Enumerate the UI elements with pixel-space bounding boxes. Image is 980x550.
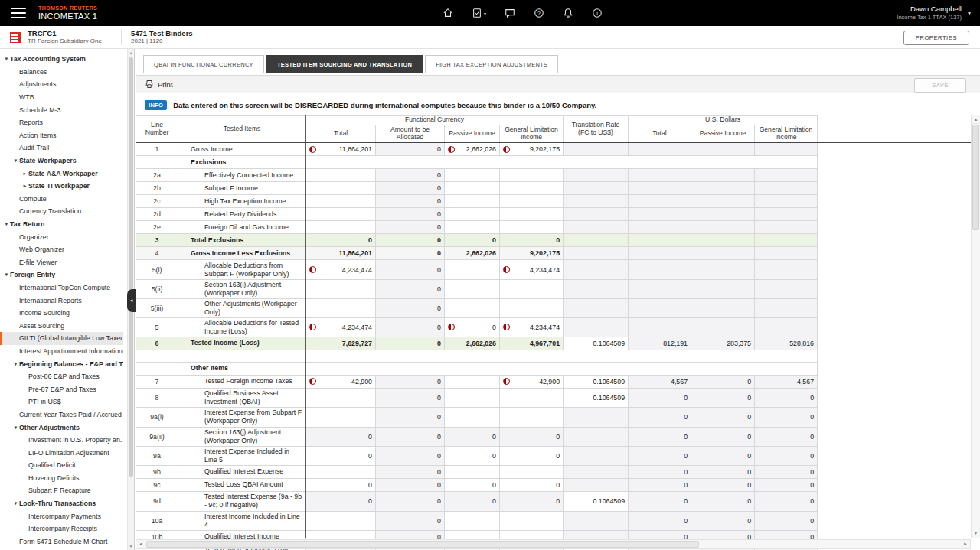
editable-amount-cell[interactable] [306,280,376,299]
drilldown-indicator-icon[interactable] [503,146,510,153]
drilldown-indicator-icon[interactable] [503,378,510,385]
editable-amount-cell[interactable] [500,511,564,530]
tab-tested-item-sourcing-and-translation[interactable]: TESTED ITEM SOURCING AND TRANSLATION [266,55,423,73]
sidebar-item[interactable]: LIFO Limitation Adjustment [0,446,122,459]
sidebar-item[interactable]: ▾Look-Thru Transactions [0,497,122,510]
sidebar-item[interactable]: ▾Other Adjustments [0,421,122,434]
editable-amount-cell[interactable] [306,221,376,234]
editable-amount-cell[interactable] [306,169,376,182]
sidebar-item[interactable]: Web Organizer [0,243,122,256]
sidebar-item[interactable]: International TopCon Compute [0,282,122,295]
sidebar-item[interactable]: Intercompany Payments [0,509,122,522]
table-horizontal-scrollbar[interactable]: ◄ ► [136,539,971,549]
sidebar-item[interactable]: ▾Foreign Entity [0,268,122,282]
sidebar-item[interactable]: Reports [0,116,122,129]
sidebar-item[interactable]: Current Year Taxes Paid / Accrued [0,408,122,421]
editable-amount-cell[interactable]: 4,234,474 [306,260,376,280]
editable-amount-cell[interactable] [445,195,500,208]
sidebar-item[interactable]: Investment in U.S. Property an... [0,434,122,447]
sidebar-collapse-handle[interactable]: ◄ [127,289,136,312]
editable-amount-cell[interactable] [445,221,500,234]
scroll-right-icon[interactable]: ► [961,540,970,548]
editable-amount-cell[interactable]: 0.1064509 [564,375,629,388]
chevron-right-icon[interactable]: ▸ [21,171,28,177]
editable-amount-cell[interactable]: 0 [445,317,500,337]
sidebar-item[interactable]: PTI in US$ [0,395,122,408]
bell-icon[interactable] [563,8,573,18]
editable-amount-cell[interactable]: 0 [445,446,500,465]
sidebar-item[interactable]: ▾Tax Return [0,218,122,231]
drilldown-indicator-icon[interactable] [448,324,455,330]
drilldown-indicator-icon[interactable] [503,324,510,330]
chevron-down-icon[interactable]: ▾ [12,425,19,431]
editable-amount-cell[interactable]: 0 [306,446,376,465]
sidebar-item[interactable]: Organizer [0,230,122,243]
home-icon[interactable] [443,8,453,18]
chat-icon[interactable] [505,8,515,18]
vertical-scroll-thumb[interactable] [972,125,979,230]
editable-amount-cell[interactable] [500,169,564,182]
sidebar-item[interactable]: WTB [0,91,122,104]
chevron-down-icon[interactable]: ▾ [3,56,10,62]
editable-amount-cell[interactable]: 0 [306,478,376,491]
sidebar-item[interactable]: Interest Apportionment Information [0,345,122,358]
editable-amount-cell[interactable] [445,465,500,478]
scroll-up-icon[interactable]: ▲ [128,49,134,57]
editable-amount-cell[interactable] [445,511,500,530]
editable-amount-cell[interactable] [445,182,500,195]
editable-amount-cell[interactable] [500,298,564,317]
sidebar-item[interactable]: Balances [0,66,122,79]
drilldown-indicator-icon[interactable] [309,146,316,153]
horizontal-scroll-thumb[interactable] [146,541,699,548]
sidebar-item[interactable]: E-file Viewer [0,256,122,269]
sidebar-item[interactable]: Post-86 E&P and Taxes [0,370,122,383]
editable-amount-cell[interactable]: 0.1064509 [564,491,629,511]
scroll-left-icon[interactable]: ◄ [136,540,145,548]
editable-amount-cell[interactable]: 0.1064509 [564,337,629,350]
sidebar-item[interactable]: Income Sourcing [0,307,122,320]
editable-amount-cell[interactable] [306,465,376,478]
sidebar-item[interactable]: GILTI (Global Intangible Low Taxed I... [0,332,122,345]
editable-amount-cell[interactable] [445,407,500,427]
help-icon[interactable]: ? [534,8,544,18]
printer-icon[interactable] [145,80,154,89]
sidebar-item[interactable]: Intercompany Receipts [0,522,122,535]
editable-amount-cell[interactable] [306,298,376,317]
editable-amount-cell[interactable]: 42,900 [306,375,376,388]
editable-amount-cell[interactable] [306,511,376,530]
editable-amount-cell[interactable]: 4,234,474 [500,260,564,280]
save-button[interactable]: SAVE [914,78,966,93]
editable-amount-cell[interactable] [306,208,376,221]
sidebar-item[interactable]: Subpart F Recapture [0,484,122,497]
editable-amount-cell[interactable] [500,388,564,407]
editable-amount-cell[interactable] [500,182,564,195]
sidebar-item[interactable]: ▾Beginning Balances - E&P and T... [0,357,122,370]
editable-amount-cell[interactable]: 0.1064509 [564,388,629,407]
print-label[interactable]: Print [158,80,173,89]
properties-button[interactable]: PROPERTIES [903,31,969,45]
editable-amount-cell[interactable]: 42,900 [500,375,564,388]
sidebar-item[interactable]: Currency Translation [0,205,122,218]
editable-amount-cell[interactable]: 2,662,026 [445,143,500,156]
editable-amount-cell[interactable]: 0 [500,446,564,465]
editable-amount-cell[interactable] [500,221,564,234]
sidebar-item[interactable]: ▸State TI Workpaper [0,180,122,193]
sidebar-item[interactable]: International Reports [0,294,122,307]
chevron-down-icon[interactable]: ▾ [3,221,10,227]
info-icon[interactable]: i [592,8,603,18]
editable-amount-cell[interactable] [500,208,564,221]
table-vertical-scrollbar[interactable]: ▲ ▼ [971,115,980,538]
chevron-right-icon[interactable]: ▸ [21,183,28,189]
editable-amount-cell[interactable] [445,388,500,407]
sidebar-item[interactable]: ▸State A&A Workpaper [0,167,122,180]
editable-amount-cell[interactable] [306,407,376,427]
editable-amount-cell[interactable] [445,169,500,182]
editable-amount-cell[interactable] [500,465,564,478]
sidebar-item[interactable]: Audit Trail [0,142,122,155]
sidebar-item[interactable]: Adjustments [0,78,122,91]
sidebar-item[interactable]: ▾Tax Accounting System [0,53,122,66]
editable-amount-cell[interactable]: 11,864,201 [306,143,376,156]
sidebar-item[interactable]: Compute [0,193,122,206]
tab-high-tax-exception-adjustments[interactable]: HIGH TAX EXCEPTION ADJUSTMENTS [425,55,558,73]
scroll-down-icon[interactable]: ▼ [972,529,980,538]
